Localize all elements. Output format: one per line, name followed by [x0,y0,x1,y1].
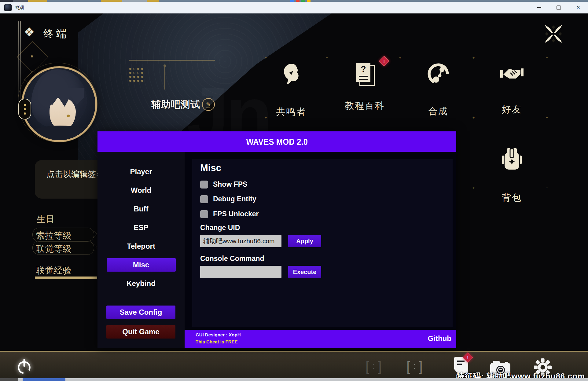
avatar-options-button[interactable] [18,99,31,119]
bracket-left: [ [406,359,410,374]
menu-item-friends[interactable]: 好友 [484,65,539,116]
dot [24,112,26,115]
nav-item-world[interactable]: World [107,184,176,197]
console-command-input[interactable] [200,266,281,278]
tutorial-line [359,76,368,77]
mod-footer: GUI Designer : XopH This Cheat is FREE G… [185,330,456,348]
menu-label: 教程百科 [337,100,392,112]
player-name: 辅助吧测试 [151,98,200,111]
nav-item-player[interactable]: Player [107,165,176,178]
plus-mark: + [546,56,548,60]
menu-item-synthesis[interactable]: 合成 [411,63,466,118]
mod-title: WAVES MOD 2.0 [246,137,308,147]
toggle-fps-unlocker[interactable]: FPS Unlocker [200,210,259,218]
change-uid-input[interactable] [200,235,281,247]
titlebar: 鸣潮 ✕ [0,2,588,13]
terminal-diamond-icon: ❖ [24,25,35,39]
close-button[interactable]: ✕ [568,2,588,13]
plus-mark: + [546,186,548,190]
friends-handshake-icon [500,65,524,82]
plus-mark: + [399,56,401,60]
plus-mark: + [472,186,475,190]
nav-item-buff[interactable]: Buff [107,202,176,216]
plus-mark: + [472,56,475,60]
execute-button[interactable]: Execute [288,266,321,278]
power-button[interactable] [16,358,32,375]
nav-item-misc[interactable]: Misc [107,258,176,272]
menu-item-resonators[interactable]: 共鸣者 [264,63,319,118]
misc-section-title: Misc [200,163,221,174]
menu-item-tutorials[interactable]: ? 教程百科 [337,63,392,112]
window-title: 鸣潮 [15,5,24,11]
checkbox-label: Debug Entity [213,195,256,203]
backpack-icon [502,148,522,171]
plus-mark: + [472,115,475,120]
designer-credit: GUI Designer : XopH [196,332,241,337]
menu-item-backpack[interactable]: 背包 [484,148,539,204]
maximize-icon [557,5,561,10]
app-window: 鸣潮 ✕ Jn ❖ 终端 辅助吧测试 ✎ [0,0,588,381]
menu-label: 共鸣者 [264,106,319,118]
menu-label: 合成 [411,105,466,118]
dot [24,108,26,110]
stat-synesthesia-exp: 联觉经验 [36,265,72,277]
nav-item-teleport[interactable]: Teleport [107,240,176,253]
bracket-dots: : [372,361,375,371]
checkbox[interactable] [200,195,208,203]
misc-panel: Misc Show FPS Debug Entity FPS Unlocker … [192,159,453,327]
terminal-title: 终端 [43,27,69,41]
bracket-left: [ [366,359,369,374]
apply-button[interactable]: Apply [288,235,321,247]
note-line [457,364,462,365]
camera-lens-mark [499,369,502,370]
stat-birthday[interactable]: 生日 [37,213,54,225]
pencil-icon: ✎ [206,101,211,107]
deco-dot-grid [129,68,144,82]
change-uid-label: Change UID [200,224,240,232]
mod-content: Misc Show FPS Debug Entity FPS Unlocker … [185,152,456,348]
plus-mark: + [265,56,267,60]
app-icon [4,4,12,11]
edit-name-button[interactable]: ✎ [202,98,215,111]
tutorial-line [359,79,368,80]
avatar-eye [67,115,70,117]
close-icon: ✕ [576,5,580,10]
toggle-show-fps[interactable]: Show FPS [200,180,247,189]
minimize-button[interactable] [529,2,549,13]
taskbar-seg [23,378,65,381]
checkbox-label: Show FPS [213,180,247,189]
exclamation: ! [384,59,385,63]
exclamation: ! [467,356,469,360]
quit-game-button[interactable]: Quit Game [106,325,175,339]
avatar[interactable] [21,66,97,142]
menu-label: 好友 [484,103,539,116]
github-link[interactable]: Github [428,334,451,343]
stat-synesthesia-level[interactable]: 联觉等级 [36,243,72,255]
pencil-underline [206,108,210,108]
note-line [457,361,465,362]
terminal-close-emblem[interactable] [544,24,563,43]
checkbox[interactable] [200,181,208,189]
deco-circuit-dot [164,64,166,67]
maximize-button[interactable] [549,2,568,13]
signature-placeholder: 点击以编辑签名 [46,169,104,180]
free-note: This Cheat is FREE [196,339,238,344]
hotkey-bracket-2[interactable]: [ : ] [406,359,423,374]
taskbar-seg [0,378,18,381]
nav-item-esp[interactable]: ESP [107,221,176,234]
checkbox[interactable] [200,210,208,218]
camera-flash [505,362,508,363]
mod-nav: Player World Buff ESP Teleport Misc Keyb… [97,152,185,348]
mod-header[interactable]: WAVES MOD 2.0 [97,131,456,152]
window-controls: ✕ [529,2,588,13]
minimize-icon [537,7,541,8]
taskbar-strip [0,378,588,381]
nav-item-keybind[interactable]: Keybind [107,277,176,290]
mod-body: Player World Buff ESP Teleport Misc Keyb… [97,152,456,348]
synthesis-icon [427,63,449,85]
checkbox-label: FPS Unlocker [213,210,259,218]
save-config-button[interactable]: Save Config [106,306,175,319]
toggle-debug-entity[interactable]: Debug Entity [200,195,256,203]
hotkey-bracket-1[interactable]: [ : ] [366,359,382,374]
stat-sol-level[interactable]: 索拉等级 [36,230,72,242]
